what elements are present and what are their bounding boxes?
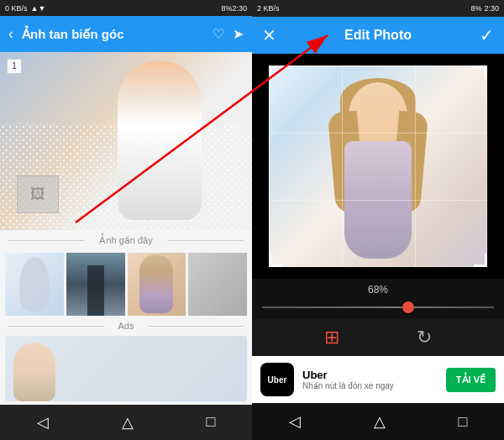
right-status-right: 8% 2:30 xyxy=(470,4,499,13)
baby-silhouette xyxy=(19,257,49,312)
photo-frame[interactable] xyxy=(269,65,487,267)
left-header: ‹ Ảnh tan biến góc ♡ ➤ xyxy=(0,16,252,51)
left-nav-back[interactable]: ◁ xyxy=(37,413,49,432)
confirm-button[interactable]: ✓ xyxy=(480,25,494,45)
left-nav-recent[interactable]: □ xyxy=(207,413,216,431)
left-back-button[interactable]: ‹ xyxy=(8,25,13,43)
crop-tool-icon[interactable]: ⊞ xyxy=(324,327,339,348)
left-battery: 8% xyxy=(221,4,232,13)
tools-section: ⊞ ↻ xyxy=(252,319,504,356)
recent-photo-2[interactable] xyxy=(66,253,125,316)
right-battery: 8% xyxy=(470,4,481,13)
left-nav-bar: ◁ △ □ xyxy=(0,405,252,440)
recent-photos-row xyxy=(0,249,252,319)
crop-handle-br[interactable] xyxy=(474,254,487,267)
left-status-left: 0 KB/s ▲▼ xyxy=(5,4,45,13)
slider-track[interactable] xyxy=(262,299,494,316)
share-icon[interactable]: ➤ xyxy=(233,26,244,42)
uber-download-button[interactable]: TẢI VỀ xyxy=(446,368,496,392)
right-status-kb: 2 KB/s xyxy=(257,4,280,13)
uber-text: Uber Nhấn nút là đón xe ngay xyxy=(302,369,438,390)
ads-banner[interactable] xyxy=(5,336,247,401)
left-panel: 0 KB/s ▲▼ 8% 2:30 ‹ Ảnh tan biến góc ♡ ➤… xyxy=(0,0,252,440)
right-time: 2:30 xyxy=(484,4,499,13)
placeholder-box[interactable]: 🖼 xyxy=(17,175,59,213)
left-status-right: 8% 2:30 xyxy=(221,4,247,13)
photo-canvas xyxy=(252,54,504,279)
slider-percent-label: 68% xyxy=(262,284,494,296)
left-nav-home[interactable]: △ xyxy=(122,413,134,432)
uber-subtitle: Nhấn nút là đón xe ngay xyxy=(302,381,438,390)
slider-section: 68% xyxy=(252,279,504,319)
left-status-bar: 0 KB/s ▲▼ 8% 2:30 xyxy=(0,0,252,16)
recent-photo-3[interactable] xyxy=(128,253,186,316)
crop-border xyxy=(269,65,487,267)
recent-photo-4[interactable] xyxy=(188,253,247,316)
close-button[interactable]: ✕ xyxy=(262,25,276,45)
uber-banner[interactable]: Uber Uber Nhấn nút là đón xe ngay TẢI VỀ xyxy=(252,356,504,403)
girl-photo-small xyxy=(139,254,173,313)
right-nav-back[interactable]: ◁ xyxy=(289,412,301,431)
uber-logo: Uber xyxy=(260,363,294,396)
recent-photo-1[interactable] xyxy=(5,253,64,316)
right-status-bar: 2 KB/s 8% 2:30 xyxy=(252,0,504,17)
crop-handle-tl[interactable] xyxy=(269,65,282,79)
uber-title: Uber xyxy=(302,369,438,381)
ads-label: Ads xyxy=(0,321,252,331)
left-status-signal: ▲▼ xyxy=(31,4,46,13)
left-status-kb: 0 KB/s xyxy=(5,4,28,13)
heart-icon[interactable]: ♡ xyxy=(213,26,224,42)
left-main-image: 1 🖼 xyxy=(0,52,252,230)
ads-child-image xyxy=(13,343,55,401)
slider-thumb[interactable] xyxy=(402,301,414,313)
ads-section: Ads xyxy=(0,319,252,333)
recent-section: Ảnh gần đây xyxy=(0,230,252,249)
right-nav-recent[interactable]: □ xyxy=(459,413,468,431)
recent-label: Ảnh gần đây xyxy=(0,235,252,246)
number-badge: 1 xyxy=(7,59,22,74)
person-silhouette xyxy=(87,265,104,316)
crop-handle-tr[interactable] xyxy=(474,65,487,79)
girl-figure xyxy=(118,60,202,220)
left-header-title: Ảnh tan biến góc xyxy=(22,27,204,42)
right-nav-home[interactable]: △ xyxy=(374,412,386,431)
edit-photo-title: Edit Photo xyxy=(344,28,412,43)
left-header-icons: ♡ ➤ xyxy=(213,26,244,42)
right-header: ✕ Edit Photo ✓ xyxy=(252,17,504,54)
recent-label-text: Ảnh gần đây xyxy=(99,235,152,246)
left-time: 2:30 xyxy=(232,4,247,13)
ads-label-text: Ads xyxy=(118,321,134,331)
right-panel: 2 KB/s 8% 2:30 ✕ Edit Photo ✓ xyxy=(252,0,504,440)
rotate-tool-icon[interactable]: ↻ xyxy=(417,327,432,348)
placeholder-icon: 🖼 xyxy=(30,186,45,203)
right-nav-bar: ◁ △ □ xyxy=(252,403,504,440)
slider-line xyxy=(262,306,494,308)
crop-handle-bl[interactable] xyxy=(269,254,282,267)
